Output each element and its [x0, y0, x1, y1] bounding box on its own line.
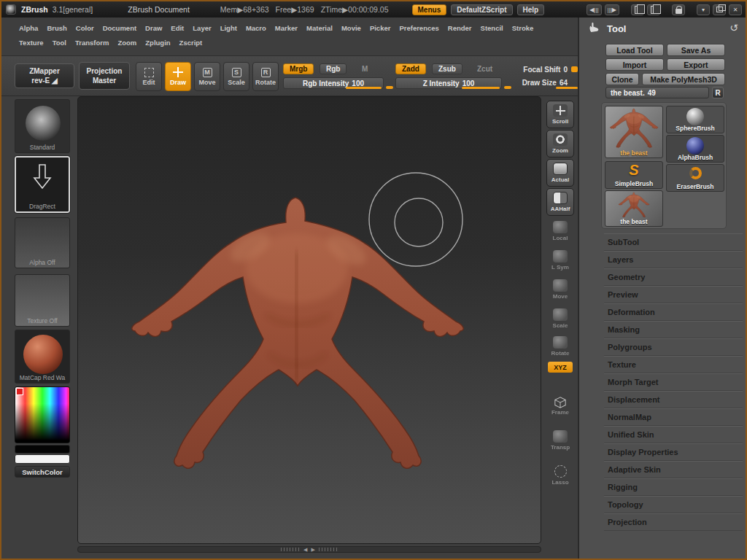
eraserbrush-thumbnail[interactable]: EraserBrush — [666, 164, 724, 192]
menu-macro[interactable]: Macro — [246, 24, 266, 32]
reset-icon[interactable]: ↺ — [729, 22, 738, 34]
texture-selector[interactable]: Texture Off — [15, 274, 70, 327]
section-geometry[interactable]: Geometry — [604, 268, 743, 286]
document-stack-button-2[interactable] — [647, 4, 660, 15]
alphabrush-thumbnail[interactable]: AlphaBrush — [666, 135, 724, 163]
section-topology[interactable]: Topology — [604, 496, 743, 513]
draw-button[interactable]: Draw — [165, 62, 191, 91]
zadd-button[interactable]: Zadd — [395, 63, 426, 74]
section-unified-skin[interactable]: Unified Skin — [604, 426, 743, 443]
menu-tool[interactable]: Tool — [53, 39, 66, 47]
material-selector[interactable]: MatCap Red Wa — [15, 330, 70, 384]
rgb-intensity-slider[interactable]: Rgb Intensity 100 — [283, 77, 384, 89]
menu-zplugin[interactable]: Zplugin — [145, 39, 170, 47]
scroll-left-arrow-icon[interactable]: ◀ — [303, 547, 307, 553]
menu-picker[interactable]: Picker — [370, 24, 391, 32]
zsub-button[interactable]: Zsub — [432, 63, 462, 74]
shelf-scale3d-button[interactable]: Scale — [546, 305, 574, 332]
rgb-button[interactable]: Rgb — [320, 63, 347, 74]
color-picker[interactable] — [15, 386, 70, 443]
document-stack-button[interactable] — [631, 4, 644, 15]
section-preview[interactable]: Preview — [604, 286, 743, 303]
shelf-lasso-button[interactable]: Lasso — [546, 462, 574, 489]
section-masking[interactable]: Masking — [604, 321, 743, 338]
menu-render[interactable]: Render — [448, 24, 472, 32]
rotate-button[interactable]: R Rotate — [252, 62, 279, 91]
recent-tool-thumbnail[interactable]: the beast — [605, 190, 663, 227]
menu-alpha[interactable]: Alpha — [19, 24, 38, 32]
right-tray-toggle-button[interactable]: |||▶ — [605, 4, 619, 15]
move-button[interactable]: M Move — [194, 62, 220, 91]
export-button[interactable]: Export — [667, 58, 725, 71]
m-button[interactable]: M — [356, 63, 374, 74]
section-normalmap[interactable]: NormalMap — [604, 408, 743, 426]
spherebrush-thumbnail[interactable]: SphereBrush — [666, 106, 724, 133]
shelf-frame-button[interactable]: Frame — [546, 392, 574, 419]
slider-nub[interactable] — [571, 66, 578, 72]
menu-layer[interactable]: Layer — [193, 24, 211, 32]
menu-brush[interactable]: Brush — [47, 24, 66, 32]
default-zscript-button[interactable]: DefaultZScript — [451, 4, 512, 15]
stroke-selector[interactable]: DragRect — [15, 156, 70, 213]
canvas-horizontal-scrollbar[interactable]: ◀ ▶ — [77, 546, 541, 553]
section-displacement[interactable]: Displacement — [604, 391, 743, 408]
clone-button[interactable]: Clone — [605, 73, 639, 85]
focal-shift-slider[interactable]: Focal Shift 0 — [512, 63, 578, 75]
load-tool-button[interactable]: Load Tool — [605, 44, 664, 56]
document-canvas[interactable] — [77, 96, 541, 544]
menu-material[interactable]: Material — [306, 24, 333, 32]
section-morph-target[interactable]: Morph Target — [604, 373, 743, 391]
shelf-local-button[interactable]: Local — [546, 217, 574, 245]
section-rigging[interactable]: Rigging — [604, 478, 743, 496]
secondary-color-swatch[interactable] — [15, 445, 70, 454]
zcut-button[interactable]: Zcut — [471, 63, 498, 74]
menu-stencil[interactable]: Stencil — [481, 24, 503, 32]
brush-selector[interactable]: Standard — [15, 99, 70, 153]
section-display-properties[interactable]: Display Properties — [604, 443, 743, 461]
simplebrush-thumbnail[interactable]: SimpleBrush — [605, 161, 663, 189]
shelf-lsym-button[interactable]: L Sym — [546, 246, 574, 274]
menu-marker[interactable]: Marker — [275, 24, 298, 32]
import-button[interactable]: Import — [605, 58, 664, 71]
scale-button[interactable]: S Scale — [223, 62, 249, 91]
shelf-scroll-button[interactable]: Scroll — [546, 101, 574, 128]
shelf-zoom-button[interactable]: Zoom — [546, 130, 574, 158]
draw-size-slider[interactable]: Draw Size 64 — [512, 77, 578, 88]
slider-nub[interactable] — [504, 86, 511, 89]
active-tool-slider[interactable]: the beast. 49 — [605, 87, 709, 98]
r-button[interactable]: R — [712, 87, 724, 98]
lock-button[interactable] — [672, 4, 685, 15]
section-deformation[interactable]: Deformation — [604, 303, 743, 321]
menu-document[interactable]: Document — [103, 24, 136, 32]
close-button[interactable]: ✕ — [729, 4, 742, 15]
menu-edit[interactable]: Edit — [171, 24, 184, 32]
help-button[interactable]: Help — [517, 4, 545, 15]
menu-texture[interactable]: Texture — [19, 39, 44, 47]
menu-movie[interactable]: Movie — [341, 24, 361, 32]
z-intensity-slider[interactable]: Z Intensity 100 — [395, 77, 502, 89]
zmapper-button[interactable]: ZMapper rev-E ◢ — [15, 63, 74, 88]
menu-stroke[interactable]: Stroke — [512, 24, 534, 32]
menu-transform[interactable]: Transform — [75, 39, 109, 47]
main-color-swatch[interactable] — [15, 454, 70, 464]
make-polymesh3d-button[interactable]: Make PolyMesh3D — [642, 73, 725, 85]
shelf-rotate3d-button[interactable]: Rotate — [546, 334, 574, 359]
menu-zoom[interactable]: Zoom — [117, 39, 136, 47]
menu-zscript[interactable]: Zscript — [179, 39, 203, 47]
minimize-button[interactable]: ▾ — [697, 4, 710, 15]
alpha-selector[interactable]: Alpha Off — [15, 217, 70, 268]
shelf-actual-button[interactable]: Actual — [546, 159, 574, 187]
mrgb-button[interactable]: Mrgb — [283, 63, 314, 74]
shelf-aahalf-button[interactable]: AAHalf — [546, 188, 574, 216]
shelf-move3d-button[interactable]: Move — [546, 276, 574, 303]
section-texture[interactable]: Texture — [604, 356, 743, 373]
menu-draw[interactable]: Draw — [145, 24, 162, 32]
restore-button[interactable] — [713, 4, 726, 15]
section-polygroups[interactable]: Polygroups — [604, 338, 743, 356]
scroll-right-arrow-icon[interactable]: ▶ — [311, 547, 315, 553]
save-as-button[interactable]: Save As — [667, 44, 725, 56]
shelf-xyz-button[interactable]: XYZ — [548, 362, 573, 373]
left-tray-toggle-button[interactable]: ◀||| — [587, 4, 601, 15]
section-projection[interactable]: Projection — [604, 513, 743, 531]
projection-master-button[interactable]: Projection Master — [79, 62, 130, 90]
